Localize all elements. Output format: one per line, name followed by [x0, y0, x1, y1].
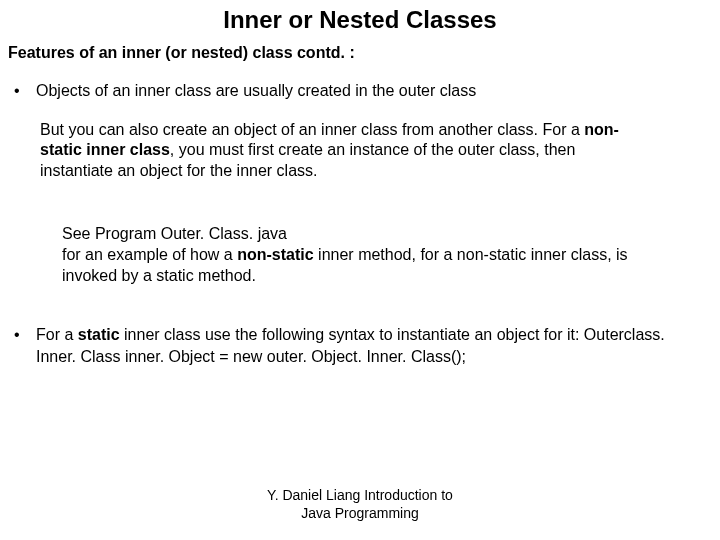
text-run: inner class use the following syntax to … — [36, 326, 665, 365]
text-bold: non-static — [237, 246, 313, 263]
bullet-item: • For a static inner class use the follo… — [14, 324, 720, 367]
bullet-text: Objects of an inner class are usually cr… — [36, 80, 720, 102]
footer-line: Y. Daniel Liang Introduction to — [0, 487, 720, 505]
slide-title: Inner or Nested Classes — [0, 6, 720, 34]
text-run: for an example of how a — [62, 246, 237, 263]
slide-footer: Y. Daniel Liang Introduction to Java Pro… — [0, 487, 720, 522]
bullet-text: For a static inner class use the followi… — [36, 324, 720, 367]
paragraph: See Program Outer. Class. java for an ex… — [62, 224, 680, 286]
text-bold: static — [78, 326, 120, 343]
text-run: For a — [36, 326, 78, 343]
paragraph: But you can also create an object of an … — [40, 120, 650, 182]
slide-subtitle: Features of an inner (or nested) class c… — [8, 44, 720, 62]
bullet-item: • Objects of an inner class are usually … — [14, 80, 720, 102]
bullet-mark: • — [14, 324, 36, 367]
text-run: But you can also create an object of an … — [40, 121, 584, 138]
footer-line: Java Programming — [0, 505, 720, 523]
text-run: See Program Outer. Class. java — [62, 225, 287, 242]
bullet-mark: • — [14, 80, 36, 102]
